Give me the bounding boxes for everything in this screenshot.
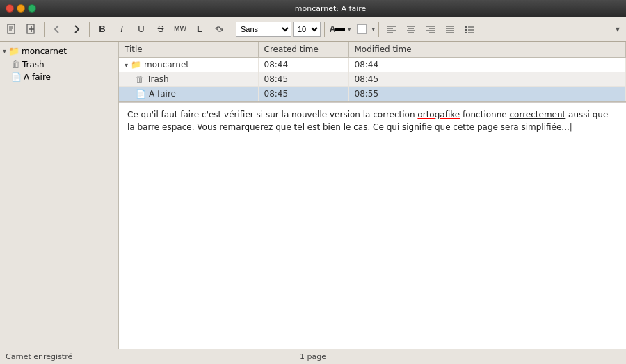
bold-button[interactable]: B: [93, 20, 111, 38]
editor-content: Ce qu'il faut faire c'est vérifier si su…: [127, 108, 618, 133]
row-title-content: ▾ 📁 moncarnet: [125, 60, 252, 69]
sidebar-item-afaire[interactable]: 📄 A faire: [0, 71, 118, 83]
row-modified-cell: 08:44: [348, 58, 626, 72]
back-button[interactable]: [48, 20, 66, 38]
list-format-button[interactable]: L: [191, 20, 209, 38]
separator-3: [232, 22, 232, 37]
align-left-icon: [387, 25, 396, 33]
table-row[interactable]: 🗑 Trash 08:45 08:45: [119, 72, 626, 87]
main-area: ▾ 📁 moncarnet 🗑 Trash 📄 A faire Title Cr…: [0, 42, 626, 349]
col-created: Created time: [258, 42, 348, 58]
content-panel: Title Created time Modified time ▾ 📁 mon…: [118, 42, 626, 349]
add-button[interactable]: [22, 20, 40, 38]
font-selector: Sans 10: [236, 22, 321, 37]
row-trash-icon: 🗑: [136, 74, 144, 84]
row-created-cell: 08:44: [258, 58, 348, 72]
row-doc-icon: 📄: [136, 89, 146, 99]
sidebar: ▾ 📁 moncarnet 🗑 Trash 📄 A faire: [0, 42, 118, 349]
link-button[interactable]: [210, 20, 228, 38]
notes-table: Title Created time Modified time ▾ 📁 mon…: [119, 42, 626, 101]
row-title-content: 🗑 Trash: [125, 74, 252, 84]
align-right-button[interactable]: [422, 20, 440, 38]
sidebar-afaire-label: A faire: [24, 72, 51, 82]
doc-icon: 📄: [11, 72, 22, 82]
row-title-label: A faire: [149, 89, 176, 99]
close-button[interactable]: [6, 4, 14, 13]
align-center-icon: [406, 25, 416, 33]
mw-button[interactable]: MW: [171, 20, 189, 38]
table-row[interactable]: 📄 A faire 08:45 08:55: [119, 87, 626, 101]
spellcheck-word-2: correctement: [510, 110, 566, 119]
window-controls: [6, 4, 36, 13]
text-color-indicator: [335, 28, 345, 31]
sidebar-root-label: moncarnet: [22, 47, 67, 56]
status-center: 1 page: [211, 352, 416, 361]
bg-color-button[interactable]: [353, 20, 371, 38]
row-expand-icon: ▾: [125, 61, 128, 69]
italic-button[interactable]: I: [113, 20, 131, 38]
link-icon: [214, 24, 225, 34]
text-cursor: |: [570, 122, 572, 132]
separator-4: [324, 22, 325, 37]
statusbar: Carnet enregistré 1 page: [0, 349, 626, 364]
svg-point-27: [465, 31, 467, 33]
row-title-cell: 📄 A faire: [119, 87, 258, 101]
bg-color-dropdown-arrow[interactable]: ▾: [372, 26, 376, 33]
titlebar: moncarnet: A faire: [0, 0, 626, 17]
status-left: Carnet enregistré: [6, 352, 211, 361]
font-select[interactable]: Sans: [236, 22, 291, 37]
separator-5: [378, 22, 379, 37]
bullet-list-button[interactable]: [460, 20, 479, 38]
root-folder-icon: 📁: [8, 46, 19, 56]
color-dropdown-arrow[interactable]: ▾: [348, 26, 351, 33]
root-expand-icon: ▾: [3, 47, 6, 55]
col-title: Title: [119, 42, 258, 58]
row-title-label: moncarnet: [144, 60, 189, 69]
separator-1: [44, 22, 45, 37]
editor-area[interactable]: Ce qu'il faut faire c'est vérifier si su…: [119, 102, 626, 349]
back-icon: [52, 24, 62, 34]
size-select[interactable]: 10: [293, 22, 321, 37]
toolbar-overflow-button[interactable]: ▾: [612, 20, 623, 38]
row-folder-icon: 📁: [131, 60, 141, 69]
text-color-icon: A: [330, 24, 336, 34]
text-color-button[interactable]: A: [328, 20, 346, 38]
trash-icon: 🗑: [11, 59, 20, 69]
spellcheck-word-1: ortogafike: [417, 110, 460, 119]
window-title: moncarnet: A faire: [40, 4, 620, 13]
align-right-icon: [426, 25, 435, 33]
svg-point-25: [465, 26, 467, 27]
new-icon: [6, 24, 17, 35]
align-center-button[interactable]: [402, 20, 420, 38]
bg-color-swatch: [357, 24, 367, 34]
sidebar-item-trash[interactable]: 🗑 Trash: [0, 58, 118, 71]
col-modified: Modified time: [348, 42, 626, 58]
notes-table-area: Title Created time Modified time ▾ 📁 mon…: [119, 42, 626, 102]
bullet-list-icon: [465, 25, 474, 33]
svg-point-26: [465, 28, 467, 30]
forward-button[interactable]: [67, 20, 86, 38]
row-created-cell: 08:45: [258, 72, 348, 87]
sidebar-trash-label: Trash: [22, 60, 45, 69]
separator-2: [89, 22, 90, 37]
new-button[interactable]: [3, 20, 21, 38]
maximize-button[interactable]: [28, 4, 36, 13]
underline-button[interactable]: U: [132, 20, 150, 38]
forward-icon: [72, 24, 81, 34]
row-title-label: Trash: [147, 74, 169, 84]
sidebar-item-root[interactable]: ▾ 📁 moncarnet: [0, 44, 118, 58]
row-title-cell: 🗑 Trash: [119, 72, 258, 87]
row-modified-cell: 08:45: [348, 72, 626, 87]
row-modified-cell: 08:55: [348, 87, 626, 101]
strike-button[interactable]: S: [152, 20, 170, 38]
row-title-content: 📄 A faire: [125, 89, 252, 99]
row-created-cell: 08:45: [258, 87, 348, 101]
minimize-button[interactable]: [17, 4, 25, 13]
align-justify-button[interactable]: [441, 20, 459, 38]
add-icon: [26, 24, 37, 35]
table-row[interactable]: ▾ 📁 moncarnet 08:44 08:44: [119, 58, 626, 72]
align-justify-icon: [445, 25, 455, 33]
toolbar: B I U S MW L Sans 10 A ▾ ▾: [0, 17, 626, 42]
row-title-cell: ▾ 📁 moncarnet: [119, 58, 258, 72]
align-left-button[interactable]: [383, 20, 401, 38]
